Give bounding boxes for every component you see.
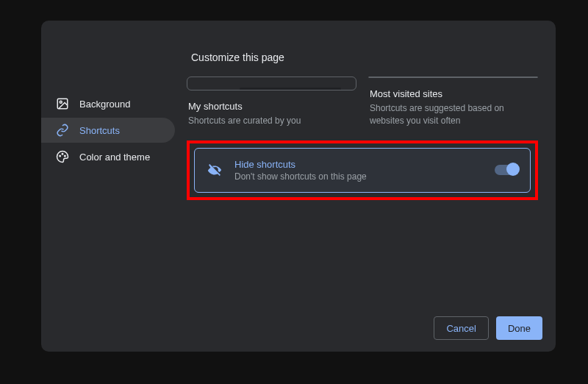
sidebar-item-background[interactable]: Background <box>41 91 175 116</box>
option-label: My shortcuts <box>188 101 356 112</box>
toggle-knob <box>506 163 520 176</box>
sidebar-item-label: Shortcuts <box>79 125 120 136</box>
hide-shortcuts-row[interactable]: Hide shortcuts Don't show shortcuts on t… <box>194 148 531 193</box>
sidebar: Background Shortcuts Color and theme <box>41 34 181 306</box>
done-button[interactable]: Done <box>496 316 542 340</box>
sidebar-item-label: Color and theme <box>79 152 150 163</box>
main-panel: Customize this page Google <box>181 34 556 306</box>
customize-dialog: Background Shortcuts Color and theme <box>41 21 556 352</box>
annotation-highlight: Hide shortcuts Don't show shortcuts on t… <box>187 141 538 200</box>
hide-shortcuts-title: Hide shortcuts <box>234 159 483 170</box>
sidebar-item-color-theme[interactable]: Color and theme <box>41 144 175 169</box>
sidebar-item-shortcuts[interactable]: Shortcuts <box>41 118 175 143</box>
page-title: Customize this page <box>191 51 538 63</box>
svg-point-4 <box>65 155 66 157</box>
svg-point-3 <box>62 154 63 155</box>
image-icon <box>56 97 69 110</box>
option-desc: Shortcuts are suggested based on website… <box>370 102 538 127</box>
option-label: Most visited sites <box>370 88 538 99</box>
visibility-off-icon <box>207 162 223 178</box>
svg-point-2 <box>60 155 61 157</box>
palette-icon <box>56 150 69 163</box>
hide-shortcuts-text: Hide shortcuts Don't show shortcuts on t… <box>234 159 483 182</box>
preview-tile: Google <box>240 88 341 90</box>
svg-point-1 <box>60 101 62 103</box>
option-my-shortcuts: Google My shortcuts Shortcuts are curate… <box>187 77 356 127</box>
option-most-visited: Google Most visited sites Shortcuts are … <box>368 77 538 127</box>
cancel-button[interactable]: Cancel <box>434 316 488 340</box>
card-my-shortcuts[interactable]: Google <box>187 77 356 90</box>
shortcut-options: Google My shortcuts Shortcuts are curate… <box>187 77 538 127</box>
dialog-body: Background Shortcuts Color and theme <box>41 21 556 306</box>
sidebar-item-label: Background <box>79 99 130 110</box>
hide-shortcuts-toggle[interactable] <box>495 165 518 175</box>
option-desc: Shortcuts are curated by you <box>188 115 356 127</box>
card-most-visited[interactable]: Google <box>368 77 538 78</box>
link-icon <box>56 124 69 137</box>
hide-shortcuts-desc: Don't show shortcuts on this page <box>234 171 483 182</box>
dialog-footer: Cancel Done <box>41 306 556 352</box>
